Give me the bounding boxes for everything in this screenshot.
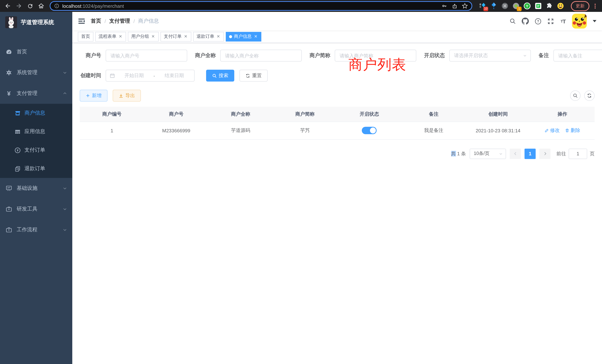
- sidebar-item-merchant-info[interactable]: 商户信息: [0, 104, 72, 122]
- breadcrumb-payment[interactable]: 支付管理: [109, 18, 130, 24]
- github-icon[interactable]: [522, 17, 529, 25]
- browser-profile-avatar[interactable]: [557, 2, 564, 10]
- tag-user-group[interactable]: 用户分组✕: [128, 32, 159, 41]
- edit-link[interactable]: 修改: [545, 127, 560, 134]
- browser-reload-button[interactable]: [25, 1, 35, 11]
- status-toggle[interactable]: [362, 127, 377, 134]
- hamburger-icon[interactable]: [78, 17, 85, 25]
- svg-text:⌘: ⌘: [503, 4, 507, 8]
- date-range-picker[interactable]: 开始日期 - 结束日期: [106, 70, 195, 82]
- user-avatar[interactable]: [572, 14, 587, 29]
- tag-pay-orders[interactable]: 支付订单✕: [161, 32, 191, 41]
- cell-merchant-no: M233666999: [144, 122, 208, 139]
- next-page-button[interactable]: [539, 149, 550, 159]
- extension-diamond-icon[interactable]: 10: [479, 2, 486, 10]
- filter-create-time: 创建时间 开始日期 - 结束日期: [80, 70, 195, 82]
- sidebar-item-label: 研发工具: [17, 206, 63, 212]
- shop-icon: [14, 110, 21, 116]
- annotation-merchant-list: 商户列表: [348, 55, 406, 74]
- share-icon[interactable]: [452, 3, 457, 9]
- extensions-puzzle-icon[interactable]: [546, 2, 553, 10]
- help-icon[interactable]: ?: [534, 17, 542, 25]
- url-text: localhost:1024/pay/merchant: [62, 3, 439, 9]
- table-row: 1 M233666999 芋道源码 芋艿 我是备注 2021-10-23 08:…: [80, 122, 595, 139]
- sidebar-item-label: 支付订单: [24, 147, 45, 153]
- toggle-search-button[interactable]: [570, 90, 580, 101]
- gear-icon: [6, 69, 12, 76]
- password-key-icon[interactable]: [441, 3, 447, 9]
- sidebar-item-home[interactable]: 首页: [0, 42, 72, 62]
- tag-process-form[interactable]: 流程表单✕: [95, 32, 126, 41]
- col-remark: 备注: [401, 107, 466, 122]
- tag-merchant-info[interactable]: 商户信息✕: [226, 32, 261, 41]
- close-icon[interactable]: ✕: [151, 34, 155, 39]
- cell-create-time: 2021-10-23 08:31:14: [466, 122, 530, 139]
- field-label: 商户号: [80, 52, 106, 59]
- refresh-table-button[interactable]: [584, 90, 595, 101]
- sidebar-item-refund-orders[interactable]: 退款订单: [0, 159, 72, 178]
- calendar-icon: [110, 73, 115, 78]
- browser-back-button[interactable]: [3, 1, 13, 11]
- extension-command-icon[interactable]: ⌘: [501, 2, 509, 10]
- export-button[interactable]: 导出: [113, 90, 141, 102]
- fullscreen-icon[interactable]: [547, 17, 554, 25]
- search-icon: [212, 73, 217, 78]
- pagination: 共 1 条 10条/页 1 前往: [80, 149, 595, 159]
- reset-button[interactable]: 重置: [239, 70, 268, 82]
- breadcrumb: 首页 / 支付管理 / 商户信息: [91, 18, 159, 24]
- browser-forward-button[interactable]: [14, 1, 24, 11]
- end-date-placeholder: 结束日期: [158, 72, 191, 79]
- sidebar-item-dev-tools[interactable]: 研发工具: [0, 199, 72, 219]
- address-bar[interactable]: localhost:1024/pay/merchant: [50, 1, 472, 11]
- browser-menu-icon[interactable]: [595, 3, 596, 8]
- merchant-no-input[interactable]: [106, 50, 187, 62]
- avatar-dropdown-caret-icon[interactable]: [593, 20, 596, 22]
- extension-y-logo-icon[interactable]: Y: [523, 2, 531, 10]
- browser-update-button[interactable]: 更新: [571, 1, 589, 11]
- goto-label: 前往: [556, 150, 566, 157]
- extension-green-dot-icon[interactable]: 1: [512, 2, 520, 10]
- breadcrumb-home[interactable]: 首页: [91, 18, 101, 24]
- sidebar-item-system[interactable]: 系统管理: [0, 62, 72, 83]
- documents-icon: [14, 165, 21, 172]
- sidebar-item-app-info[interactable]: 应用信息: [0, 122, 72, 141]
- close-icon[interactable]: ✕: [216, 34, 221, 39]
- extension-green-square-icon[interactable]: [535, 2, 542, 10]
- sidebar-item-label: 退款订单: [24, 165, 45, 172]
- col-full-name: 商户全称: [208, 107, 273, 122]
- page-1-button[interactable]: 1: [525, 149, 536, 159]
- sidebar-item-workflow[interactable]: 工作流程: [0, 219, 72, 240]
- font-size-icon[interactable]: TT: [559, 17, 567, 25]
- header-search-icon[interactable]: [509, 17, 516, 25]
- tag-home[interactable]: 首页: [78, 32, 93, 41]
- col-short-name: 商户简称: [273, 107, 337, 122]
- refresh-icon: [245, 73, 250, 78]
- app-logo[interactable]: 芋道管理系统: [0, 12, 72, 33]
- close-icon[interactable]: ✕: [254, 34, 258, 39]
- sidebar-item-payment[interactable]: ¥ 支付管理: [0, 83, 72, 104]
- extension-badge: 10: [483, 7, 488, 11]
- chevron-down-icon: [63, 207, 67, 211]
- search-button[interactable]: 搜索: [206, 70, 234, 82]
- chevron-down-icon: [63, 186, 67, 191]
- tags-view-bar: 首页 流程表单✕ 用户分组✕ 支付订单✕ 退款订单✕ 商户信息✕: [72, 30, 602, 43]
- add-button[interactable]: 新增: [80, 90, 108, 102]
- close-icon[interactable]: ✕: [183, 34, 188, 39]
- goto-page-input[interactable]: [569, 149, 587, 159]
- browser-home-button[interactable]: [36, 1, 46, 11]
- prev-page-button[interactable]: [510, 149, 521, 159]
- full-name-input[interactable]: [220, 50, 302, 62]
- status-select[interactable]: 请选择开启状态: [449, 50, 531, 62]
- remark-input[interactable]: [553, 50, 602, 62]
- extension-kite-icon[interactable]: [490, 2, 497, 10]
- delete-link[interactable]: 删除: [565, 127, 580, 134]
- page-size-select[interactable]: 10条/页: [470, 149, 506, 159]
- cell-merchant-id: 1: [80, 122, 144, 139]
- tag-refund-orders[interactable]: 退款订单✕: [193, 32, 224, 41]
- bookmark-star-icon[interactable]: [462, 3, 468, 9]
- sidebar-item-pay-orders[interactable]: ¥ 支付订单: [0, 141, 72, 159]
- close-icon[interactable]: ✕: [118, 34, 123, 39]
- page-info-icon[interactable]: [54, 3, 59, 9]
- main-content: 商户号 商户全称 商户简称 开启状态 请选择开启状态: [72, 43, 602, 364]
- sidebar-item-infrastructure[interactable]: 基础设施: [0, 178, 72, 199]
